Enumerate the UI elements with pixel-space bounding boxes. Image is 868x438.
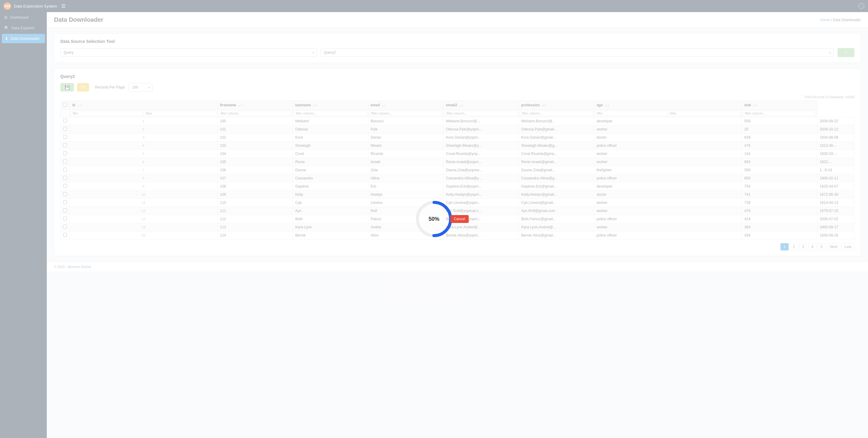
cancel-button[interactable]: Cancel — [450, 215, 469, 223]
progress-overlay: 50% Cancel — [0, 0, 868, 438]
progress-label: 50% — [429, 216, 439, 222]
progress-container: 50% Cancel — [414, 199, 454, 239]
